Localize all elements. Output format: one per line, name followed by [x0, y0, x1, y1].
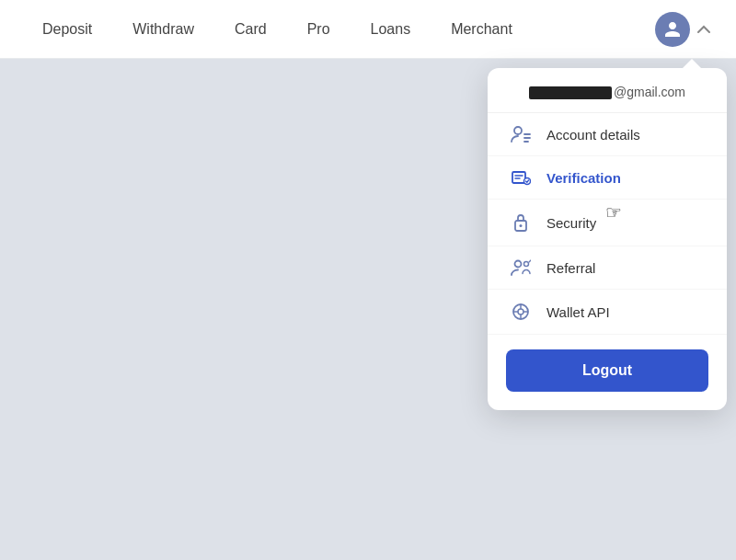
- referral-label: Referral: [546, 260, 707, 276]
- email-suffix: @gmail.com: [614, 85, 685, 99]
- user-avatar-button[interactable]: [655, 12, 690, 47]
- dropdown-item-security[interactable]: Security: [488, 200, 727, 246]
- dropdown-item-verification[interactable]: Verification: [488, 156, 727, 200]
- dropdown-email: @gmail.com: [488, 68, 727, 113]
- logout-area: Logout: [488, 335, 727, 410]
- account-details-icon: [508, 126, 534, 143]
- dropdown-item-referral[interactable]: Referral: [488, 246, 727, 290]
- logout-button[interactable]: Logout: [506, 349, 708, 392]
- wallet-api-icon: [508, 303, 534, 321]
- nav-item-card[interactable]: Card: [214, 0, 287, 59]
- nav-item-deposit[interactable]: Deposit: [22, 0, 112, 59]
- chevron-up-icon: [697, 25, 710, 34]
- svg-point-10: [515, 261, 522, 268]
- svg-point-14: [518, 309, 523, 314]
- security-icon: [508, 212, 534, 233]
- email-redacted-block: [529, 86, 612, 99]
- nav-item-withdraw[interactable]: Withdraw: [112, 0, 214, 59]
- wallet-api-label: Wallet API: [546, 304, 707, 320]
- user-icon: [663, 20, 682, 39]
- nav-item-pro[interactable]: Pro: [287, 0, 351, 59]
- svg-point-11: [524, 262, 529, 267]
- verification-icon: [508, 169, 534, 186]
- svg-point-9: [520, 224, 523, 227]
- svg-line-12: [529, 260, 531, 262]
- svg-point-0: [514, 127, 522, 134]
- referral-icon: [508, 259, 534, 276]
- verification-label: Verification: [546, 170, 707, 186]
- user-area: [655, 12, 714, 47]
- account-details-label: Account details: [546, 127, 707, 143]
- dropdown-panel: @gmail.com Account details: [488, 68, 727, 410]
- navbar: Deposit Withdraw Card Pro Loans Merchant: [0, 0, 736, 59]
- main-content: @gmail.com Account details: [0, 59, 736, 560]
- dropdown-item-wallet-api[interactable]: Wallet API: [488, 290, 727, 335]
- nav-item-merchant[interactable]: Merchant: [431, 0, 533, 59]
- chevron-up-button[interactable]: [694, 18, 714, 40]
- dropdown-item-account-details[interactable]: Account details: [488, 113, 727, 156]
- security-label: Security: [546, 215, 707, 231]
- nav-item-loans[interactable]: Loans: [351, 0, 431, 59]
